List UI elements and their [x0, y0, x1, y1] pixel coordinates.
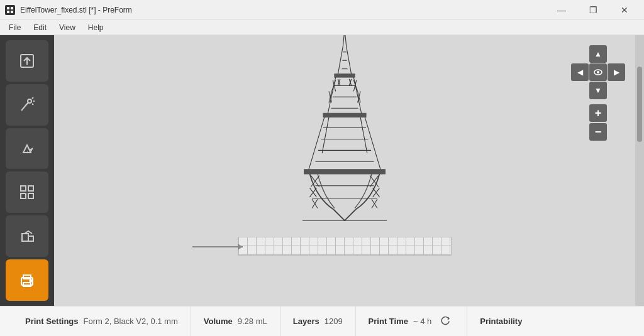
- maximize-button[interactable]: ❐: [579, 1, 608, 19]
- svg-line-38: [322, 117, 329, 153]
- printability-label: Printability: [480, 317, 522, 326]
- sidebar-print-button[interactable]: [6, 259, 48, 301]
- menu-help[interactable]: Help: [82, 22, 110, 33]
- nav-down-button[interactable]: ▼: [589, 82, 607, 99]
- main-container: ▲ ◀ ▶ ▼ + −: [0, 35, 644, 306]
- statusbar: Print Settings Form 2, Black V2, 0.1 mm …: [0, 306, 644, 336]
- menu-view[interactable]: View: [53, 22, 82, 33]
- nav-up-button[interactable]: ▲: [589, 45, 607, 63]
- layers-section: Layers 1209: [280, 306, 356, 336]
- layers-label: Layers: [293, 317, 319, 326]
- print-time-label: Print Time: [369, 317, 408, 326]
- print-settings-section: Print Settings Form 2, Black V2, 0.1 mm: [13, 306, 191, 336]
- close-button[interactable]: ✕: [610, 1, 639, 19]
- titlebar-left: EiffelTower_fixed.stl [*] - PreForm: [5, 5, 132, 15]
- scroll-thumb[interactable]: [637, 67, 642, 142]
- menu-file[interactable]: File: [3, 22, 27, 33]
- svg-rect-29: [335, 74, 355, 77]
- print-settings-value: Form 2, Black V2, 0.1 mm: [84, 317, 178, 326]
- nav-empty-bl: [571, 82, 589, 99]
- titlebar: EiffelTower_fixed.stl [*] - PreForm — ❐ …: [0, 0, 644, 20]
- viewport[interactable]: ▲ ◀ ▶ ▼ + −: [54, 35, 635, 306]
- svg-line-22: [345, 35, 347, 46]
- svg-line-37: [365, 117, 380, 170]
- svg-rect-1: [11, 7, 13, 9]
- volume-section: Volume 9.28 mL: [191, 306, 280, 336]
- titlebar-controls: — ❐ ✕: [547, 1, 639, 19]
- svg-line-8: [32, 97, 33, 99]
- layers-value: 1209: [325, 317, 343, 326]
- zoom-in-button[interactable]: +: [589, 104, 607, 122]
- svg-line-39: [360, 117, 367, 153]
- menubar: File Edit View Help: [0, 20, 644, 35]
- nav-control: ▲ ◀ ▶ ▼ + −: [571, 45, 625, 141]
- svg-point-73: [597, 71, 599, 73]
- printability-section: Printability: [467, 306, 535, 336]
- svg-line-23: [338, 46, 343, 75]
- app-icon: [5, 5, 15, 15]
- nav-cluster: ▲ ◀ ▶ ▼: [571, 45, 625, 99]
- svg-rect-2: [7, 11, 9, 13]
- scroll-area[interactable]: [635, 35, 644, 306]
- sidebar-import-button[interactable]: [6, 40, 48, 82]
- zoom-controls: + −: [589, 104, 607, 141]
- svg-rect-35: [323, 113, 366, 117]
- nav-empty-tr: [608, 45, 625, 63]
- model-container: [269, 35, 420, 243]
- pointer-arrow: [192, 246, 243, 247]
- print-settings-label: Print Settings: [25, 317, 79, 326]
- nav-empty-tl: [571, 45, 589, 63]
- nav-empty-br: [608, 82, 625, 99]
- print-time-section: Print Time ~ 4 h: [356, 306, 468, 336]
- zoom-out-button[interactable]: −: [589, 123, 607, 141]
- svg-rect-12: [28, 186, 33, 191]
- svg-line-10: [32, 104, 33, 105]
- svg-line-7: [21, 102, 28, 111]
- nav-right-button[interactable]: ▶: [608, 63, 625, 81]
- svg-point-20: [30, 280, 32, 282]
- svg-line-21: [343, 35, 345, 46]
- sidebar-orient-button[interactable]: [6, 128, 48, 170]
- window-title: EiffelTower_fixed.stl [*] - PreForm: [20, 6, 132, 14]
- svg-rect-0: [7, 7, 9, 9]
- minimize-button[interactable]: —: [547, 1, 576, 19]
- svg-rect-44: [304, 170, 386, 174]
- sidebar-magic-button[interactable]: [6, 84, 48, 126]
- volume-value: 9.28 mL: [238, 317, 267, 326]
- nav-left-button[interactable]: ◀: [571, 63, 589, 81]
- svg-rect-15: [22, 234, 28, 241]
- svg-rect-14: [28, 193, 33, 198]
- print-time-value: ~ 4 h: [413, 317, 431, 326]
- svg-line-24: [347, 46, 352, 75]
- menu-edit[interactable]: Edit: [27, 22, 53, 33]
- volume-label: Volume: [204, 317, 233, 326]
- svg-line-36: [309, 117, 325, 170]
- svg-rect-13: [21, 193, 26, 198]
- sidebar-support-button[interactable]: [6, 171, 48, 213]
- nav-center-button[interactable]: [589, 63, 607, 81]
- sidebar: [0, 35, 54, 306]
- refresh-button[interactable]: [436, 313, 454, 330]
- sidebar-layout-button[interactable]: [6, 215, 48, 257]
- svg-rect-11: [21, 186, 26, 191]
- svg-rect-16: [28, 236, 33, 241]
- svg-rect-3: [11, 11, 13, 13]
